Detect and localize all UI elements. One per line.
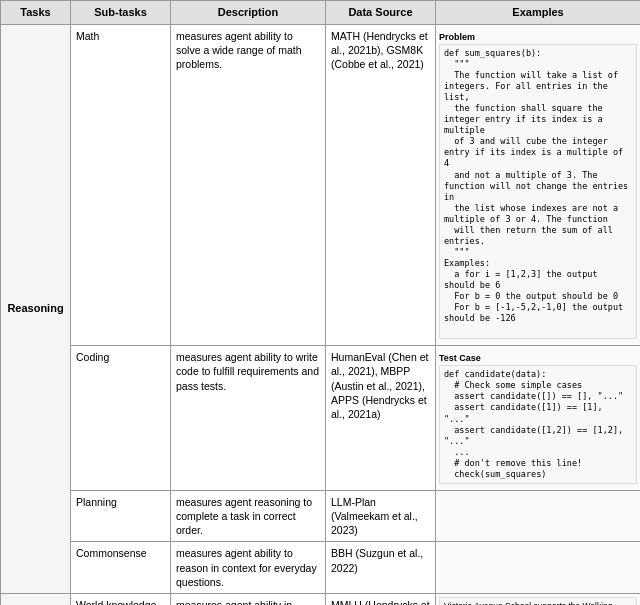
example-world-knowledge: Victoria Avenue School supports the Walk… [436, 593, 641, 605]
source-coding: HumanEval (Chen et al., 2021), MBPP (Aus… [326, 346, 436, 491]
header-datasource: Data Source [326, 1, 436, 25]
source-commonsense: BBH (Suzgun et al., 2022) [326, 542, 436, 594]
source-math: MATH (Hendrycks et al., 2021b), GSM8K (C… [326, 24, 436, 345]
table-row: Commonsense measures agent ability to re… [1, 542, 641, 594]
table-row: Planning measures agent reasoning to com… [1, 490, 641, 542]
table-row: Coding measures agent ability to write c… [1, 346, 641, 491]
source-planning: LLM-Plan (Valmeekam et al., 2023) [326, 490, 436, 542]
header-subtasks: Sub-tasks [71, 1, 171, 25]
subtask-planning: Planning [71, 490, 171, 542]
desc-math: measures agent ability to solve a wide r… [171, 24, 326, 345]
example-planning [436, 490, 641, 542]
subtask-math: Math [71, 24, 171, 345]
example-coding: Test Case def candidate(data): # Check s… [436, 346, 641, 491]
header-description: Description [171, 1, 326, 25]
header-tasks: Tasks [1, 1, 71, 25]
subtask-commonsense: Commonsense [71, 542, 171, 594]
desc-world-knowledge: measures agent ability in answering a wi… [171, 593, 326, 605]
desc-commonsense: measures agent ability to reason in cont… [171, 542, 326, 594]
desc-planning: measures agent reasoning to complete a t… [171, 490, 326, 542]
task-reasoning: Reasoning [1, 24, 71, 593]
source-world-knowledge: MMLU (Hendrycks et al., 2020) [326, 593, 436, 605]
example-math: Problem def sum_squares(b): """ The func… [436, 24, 641, 345]
table-row: Knowledge World knowledge measures agent… [1, 593, 641, 605]
subtask-world-knowledge: World knowledge [71, 593, 171, 605]
table-row: Reasoning Math measures agent ability to… [1, 24, 641, 345]
desc-coding: measures agent ability to write code to … [171, 346, 326, 491]
header-examples: Examples [436, 1, 641, 25]
example-commonsense [436, 542, 641, 594]
subtask-coding: Coding [71, 346, 171, 491]
task-knowledge: Knowledge [1, 593, 71, 605]
